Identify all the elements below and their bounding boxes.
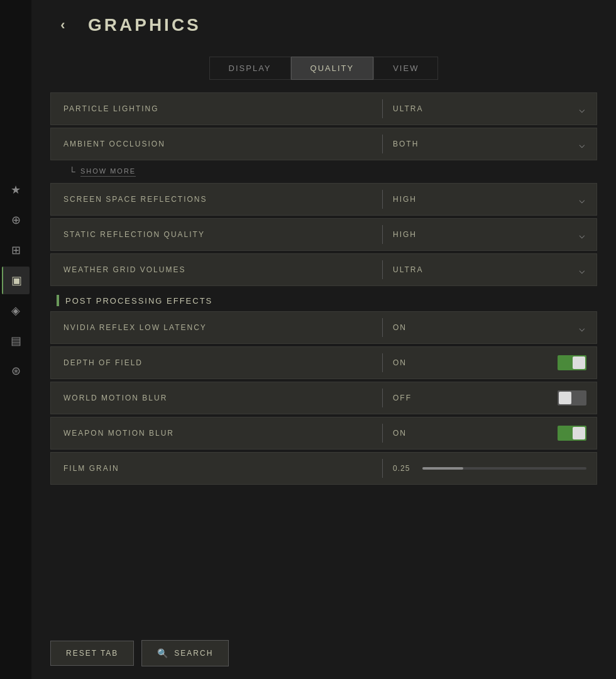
show-more-row: └ SHOW MORE [50, 163, 597, 180]
chevron-down-icon: ⌵ [579, 229, 586, 241]
search-button[interactable]: 🔍 SEARCH [141, 640, 229, 666]
film-grain-label: FILM GRAIN [51, 464, 382, 473]
chevron-down-icon: ⌵ [579, 194, 586, 206]
toggle-thumb [559, 392, 571, 404]
sidebar-item-graphics[interactable]: ▣ [2, 267, 30, 294]
film-grain-slider-container: 0.25 [393, 464, 586, 473]
sidebar-item-display[interactable]: ▤ [2, 327, 30, 355]
setting-depth-of-field[interactable]: DEPTH OF FIELD ON [50, 346, 597, 379]
network-icon: ⊛ [11, 364, 21, 378]
world-motion-blur-label: WORLD MOTION BLUR [51, 394, 382, 402]
screen-space-reflections-label: SCREEN SPACE REFLECTIONS [51, 195, 382, 204]
film-grain-number: 0.25 [393, 464, 415, 473]
back-button[interactable]: ‹ [50, 13, 75, 38]
chevron-down-icon: ⌵ [579, 322, 586, 334]
chevron-down-icon: ⌵ [579, 138, 586, 150]
setting-weather-grid-volumes[interactable]: WEATHER GRID VOLUMES ULTRA ⌵ [50, 253, 597, 286]
main-panel: ‹ GRAPHICS DISPLAY QUALITY VIEW PARTICLE… [31, 0, 616, 679]
depth-of-field-value: ON [383, 355, 597, 370]
setting-screen-space-reflections[interactable]: SCREEN SPACE REFLECTIONS HIGH ⌵ [50, 183, 597, 216]
page-title: GRAPHICS [88, 15, 201, 35]
weapon-motion-blur-label: WEAPON MOTION BLUR [51, 429, 382, 438]
graphics-icon: ▣ [11, 273, 22, 287]
search-icon: 🔍 [157, 648, 169, 658]
sidebar-item-mouse[interactable]: ⊕ [2, 206, 30, 234]
world-motion-blur-value: OFF [383, 390, 597, 406]
sidebar-item-audio[interactable]: ◈ [2, 297, 30, 324]
tab-display[interactable]: DISPLAY [209, 57, 291, 80]
chevron-down-icon: ⌵ [579, 103, 586, 115]
screen-space-reflections-value: HIGH ⌵ [383, 194, 597, 206]
film-grain-fill [422, 467, 463, 470]
show-more-button[interactable]: SHOW MORE [80, 167, 136, 177]
setting-film-grain[interactable]: FILM GRAIN 0.25 [50, 452, 597, 485]
nvidia-reflex-value: ON ⌵ [383, 322, 597, 334]
sidebar-item-favorites[interactable]: ★ [2, 176, 30, 204]
footer: RESET TAB 🔍 SEARCH [31, 627, 616, 679]
film-grain-track[interactable] [422, 467, 586, 470]
header: ‹ GRAPHICS [31, 0, 616, 50]
toggle-thumb [573, 356, 585, 369]
reset-tab-button[interactable]: RESET TAB [50, 641, 134, 666]
sidebar-item-controller[interactable]: ⊞ [2, 236, 30, 264]
static-reflection-quality-label: STATIC REFLECTION QUALITY [51, 230, 382, 239]
weather-grid-volumes-value: ULTRA ⌵ [383, 264, 597, 276]
film-grain-value: 0.25 [383, 464, 597, 473]
chevron-down-icon: ⌵ [579, 264, 586, 276]
post-processing-header: POST PROCESSING EFFECTS [50, 289, 597, 311]
mouse-icon: ⊕ [11, 213, 21, 227]
audio-icon: ◈ [11, 304, 20, 317]
tab-quality[interactable]: QUALITY [291, 57, 374, 80]
nvidia-reflex-label: NVIDIA REFLEX LOW LATENCY [51, 323, 382, 332]
depth-of-field-label: DEPTH OF FIELD [51, 358, 382, 367]
setting-particle-lighting[interactable]: PARTICLE LIGHTING ULTRA ⌵ [50, 92, 597, 125]
toggle-thumb [573, 427, 585, 439]
setting-world-motion-blur[interactable]: WORLD MOTION BLUR OFF [50, 382, 597, 414]
depth-of-field-toggle[interactable] [558, 355, 586, 370]
static-reflection-quality-value: HIGH ⌵ [383, 229, 597, 241]
tab-view[interactable]: VIEW [373, 57, 438, 80]
world-motion-blur-toggle[interactable] [558, 390, 586, 406]
weapon-motion-blur-toggle[interactable] [558, 426, 586, 441]
settings-area: PARTICLE LIGHTING ULTRA ⌵ AMBIENT OCCLUS… [31, 92, 616, 627]
ambient-occlusion-label: AMBIENT OCCLUSION [51, 140, 382, 148]
tabs-bar: DISPLAY QUALITY VIEW [31, 50, 616, 92]
weather-grid-volumes-label: WEATHER GRID VOLUMES [51, 265, 382, 274]
display-icon: ▤ [11, 334, 21, 348]
setting-nvidia-reflex[interactable]: NVIDIA REFLEX LOW LATENCY ON ⌵ [50, 311, 597, 344]
particle-lighting-label: PARTICLE LIGHTING [51, 104, 382, 113]
ambient-occlusion-value: BOTH ⌵ [383, 138, 597, 150]
section-bar [57, 295, 59, 306]
particle-lighting-value: ULTRA ⌵ [383, 103, 597, 115]
weapon-motion-blur-value: ON [383, 426, 597, 441]
sidebar: ★ ⊕ ⊞ ▣ ◈ ▤ ⊛ [0, 0, 31, 679]
sidebar-item-network[interactable]: ⊛ [2, 357, 30, 385]
setting-weapon-motion-blur[interactable]: WEAPON MOTION BLUR ON [50, 417, 597, 450]
setting-ambient-occlusion[interactable]: AMBIENT OCCLUSION BOTH ⌵ [50, 128, 597, 160]
setting-static-reflection-quality[interactable]: STATIC REFLECTION QUALITY HIGH ⌵ [50, 218, 597, 251]
star-icon: ★ [11, 183, 21, 197]
controller-icon: ⊞ [11, 243, 21, 257]
back-icon: ‹ [60, 17, 65, 33]
indent-icon: └ [69, 167, 75, 177]
